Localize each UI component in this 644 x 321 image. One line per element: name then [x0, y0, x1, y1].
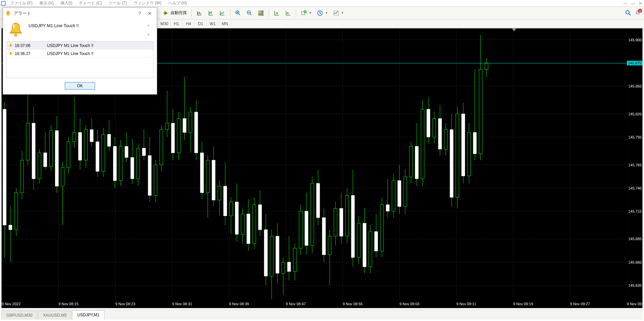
svg-rect-100 — [177, 118, 181, 153]
svg-rect-62 — [67, 142, 70, 167]
svg-rect-8 — [261, 11, 263, 13]
svg-rect-154 — [334, 208, 337, 236]
menu-insert[interactable]: 挿入(I) — [57, 0, 76, 6]
alert-ok-button[interactable]: OK — [65, 82, 95, 90]
bell-small-icon — [9, 44, 13, 48]
svg-rect-48 — [26, 123, 30, 160]
svg-rect-74 — [102, 134, 105, 171]
indicators-button[interactable]: ▼ — [299, 8, 314, 18]
price-axis: 145.900145.875145.850145.820145.795145.7… — [627, 31, 642, 299]
chartshift-icon — [285, 10, 291, 16]
minimize-button[interactable]: ― — [622, 1, 629, 6]
time-axis: 9 Nov 20229 Nov 08:159 Nov 08:239 Nov 08… — [2, 299, 627, 308]
svg-rect-182 — [415, 146, 418, 179]
current-price-tag: 145.875 — [627, 61, 642, 65]
notification-icon[interactable]: 1 — [635, 10, 641, 16]
svg-rect-124 — [247, 214, 250, 244]
svg-rect-130 — [264, 230, 268, 276]
tf-mn[interactable]: MN — [219, 21, 231, 27]
svg-rect-66 — [79, 132, 82, 160]
chart-shift-marker[interactable] — [512, 29, 516, 31]
svg-rect-110 — [206, 160, 210, 193]
tf-d1[interactable]: D1 — [195, 21, 207, 27]
autoscroll-button[interactable] — [272, 8, 282, 18]
bell-icon — [5, 10, 11, 16]
alert-close-button[interactable]: ✕ — [145, 9, 155, 18]
tf-h4[interactable]: H4 — [183, 21, 195, 27]
svg-point-210 — [12, 24, 15, 28]
svg-rect-144 — [305, 211, 308, 246]
tf-m30[interactable]: M30 — [158, 21, 171, 27]
alert-titlebar[interactable]: アラート ? ✕ — [3, 8, 157, 19]
tile-icon — [258, 10, 264, 16]
svg-rect-186 — [427, 109, 430, 137]
app-icon — [0, 0, 7, 7]
svg-rect-90 — [148, 156, 151, 196]
svg-rect-46 — [20, 160, 24, 193]
svg-rect-134 — [276, 236, 279, 273]
autotrade-icon — [163, 10, 169, 16]
svg-rect-94 — [160, 130, 163, 165]
zoom-out-button[interactable] — [244, 8, 255, 18]
svg-rect-60 — [61, 168, 64, 186]
svg-rect-138 — [287, 262, 291, 272]
tile-windows-button[interactable] — [256, 8, 266, 18]
svg-rect-54 — [44, 153, 47, 167]
svg-rect-192 — [444, 130, 448, 149]
svg-rect-3 — [210, 12, 210, 14]
auto-trade-button[interactable]: 自動売買 — [161, 8, 189, 18]
svg-rect-180 — [409, 146, 413, 177]
svg-rect-86 — [137, 148, 140, 179]
svg-rect-40 — [3, 109, 6, 225]
new-chart-button[interactable] — [194, 8, 204, 18]
svg-rect-118 — [229, 202, 233, 216]
svg-rect-0 — [1, 1, 5, 5]
alert-message: USDJPY M1 Line Touch !! — [29, 22, 142, 38]
svg-rect-106 — [194, 112, 198, 153]
templates-button[interactable]: ▼ — [331, 8, 346, 18]
close-button[interactable]: ✕ — [637, 1, 644, 6]
menu-view[interactable]: 表示 (V) — [36, 0, 57, 6]
periods-button[interactable]: ▼ — [315, 8, 330, 18]
chart-tabs: GBPUSD,M30 XAUUSD,M5 USDJPY,M1 — [1, 310, 643, 320]
menu-tools[interactable]: ツール (T) — [105, 0, 130, 6]
tab-gbpusd[interactable]: GBPUSD,M30 — [1, 311, 37, 320]
candle-chart-button[interactable] — [206, 8, 216, 18]
svg-rect-206 — [485, 63, 488, 69]
svg-rect-162 — [357, 223, 361, 258]
alert-help-button[interactable]: ? — [135, 9, 145, 18]
alert-row[interactable]: 16:37:06 USDJPY M1 Line Touch !! — [7, 42, 153, 50]
chartshift-button[interactable] — [283, 8, 293, 18]
tab-usdjpy[interactable]: USDJPY,M1 — [72, 310, 104, 320]
svg-point-2 — [164, 12, 166, 14]
menu-window[interactable]: ウィンドウ (W) — [130, 0, 165, 6]
alert-row[interactable]: 16:36:27 USDJPY M1 Line Touch !! — [7, 50, 153, 58]
search-icon[interactable] — [625, 10, 631, 16]
svg-rect-104 — [189, 112, 192, 132]
zoom-in-button[interactable] — [233, 8, 243, 18]
svg-rect-122 — [241, 214, 244, 234]
svg-rect-88 — [142, 148, 146, 156]
menu-help[interactable]: ヘルプ (H) — [165, 0, 190, 6]
tf-w1[interactable]: W1 — [207, 21, 219, 27]
line-chart-button[interactable] — [217, 8, 227, 18]
menu-chart[interactable]: チャート (C) — [76, 0, 105, 6]
svg-rect-68 — [84, 130, 88, 160]
svg-rect-204 — [479, 69, 482, 154]
svg-rect-160 — [351, 196, 355, 258]
auto-trade-label: 自動売買 — [171, 10, 187, 16]
svg-rect-184 — [421, 109, 424, 179]
svg-rect-128 — [259, 205, 262, 230]
svg-rect-168 — [374, 231, 378, 251]
svg-rect-56 — [49, 130, 53, 167]
svg-rect-156 — [340, 208, 343, 236]
tf-h1[interactable]: H1 — [171, 21, 183, 27]
alert-scroll[interactable]: ▲▼ — [147, 22, 152, 38]
svg-rect-148 — [317, 183, 320, 218]
svg-rect-208 — [10, 33, 22, 34]
tab-xauusd[interactable]: XAUUSD,M5 — [38, 311, 72, 320]
svg-rect-58 — [55, 130, 59, 186]
svg-rect-150 — [322, 218, 326, 255]
maximize-button[interactable]: ▭ — [629, 1, 637, 6]
menu-file[interactable]: ファイル (F) — [7, 0, 36, 6]
